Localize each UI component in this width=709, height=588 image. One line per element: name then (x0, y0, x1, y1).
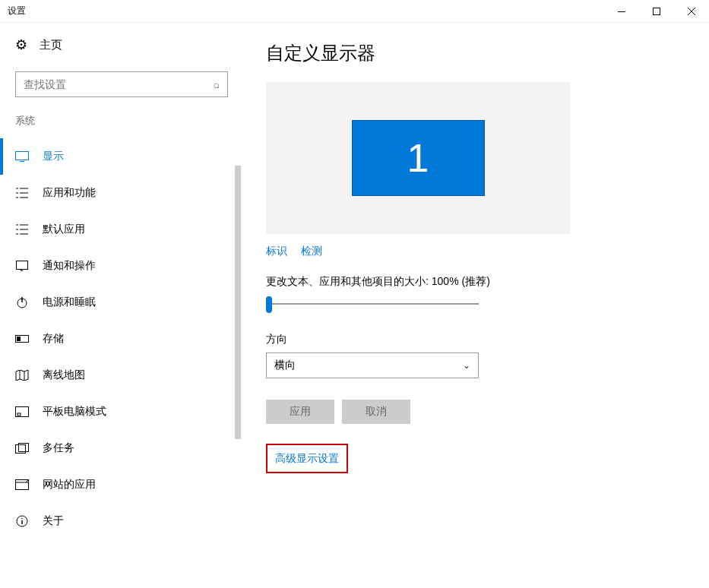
scale-slider[interactable] (266, 296, 479, 315)
sidebar-item-label: 网站的应用 (43, 478, 96, 492)
multitask-icon (15, 443, 29, 454)
orientation-label: 方向 (266, 333, 686, 346)
sidebar-item-about[interactable]: 关于 (0, 503, 243, 539)
sidebar-item-apps[interactable]: 应用和功能 (0, 175, 243, 211)
sidebar-item-label: 平板电脑模式 (43, 405, 106, 419)
sidebar-item-label: 默认应用 (43, 223, 85, 236)
advanced-link-highlight: 高级显示设置 (266, 444, 348, 473)
apply-button[interactable]: 应用 (266, 400, 334, 424)
tablet-icon (15, 406, 29, 417)
orientation-select[interactable]: 横向 ⌄ (266, 352, 479, 378)
search-icon: ⌕ (214, 78, 220, 90)
search-field[interactable] (24, 78, 214, 90)
cancel-button[interactable]: 取消 (342, 400, 410, 424)
about-icon (15, 515, 29, 527)
web-icon (15, 479, 29, 490)
sidebar-item-label: 通知和操作 (43, 259, 96, 273)
sidebar-item-notifications[interactable]: 通知和操作 (0, 248, 243, 284)
power-icon (15, 296, 29, 308)
monitor-1[interactable]: 1 (352, 120, 485, 196)
scrollbar-thumb[interactable] (235, 166, 241, 439)
sidebar-item-default-apps[interactable]: 默认应用 (0, 211, 243, 248)
sidebar-item-storage[interactable]: 存储 (0, 321, 243, 357)
orientation-value: 横向 (274, 359, 296, 372)
sidebar-item-label: 应用和功能 (43, 186, 96, 200)
svg-rect-18 (17, 261, 28, 270)
notification-icon (15, 261, 29, 271)
svg-rect-0 (618, 11, 625, 12)
window-controls (604, 0, 709, 23)
home-button[interactable]: ⚙ 主页 (0, 36, 243, 53)
close-button[interactable] (674, 0, 709, 23)
minimize-button[interactable] (604, 0, 639, 23)
svg-rect-4 (16, 152, 29, 160)
sidebar-item-power[interactable]: 电源和睡眠 (0, 284, 243, 321)
chevron-down-icon: ⌄ (463, 360, 470, 371)
page-title: 自定义显示器 (266, 41, 686, 65)
storage-icon (15, 335, 29, 343)
gear-icon: ⚙ (15, 36, 27, 53)
sidebar: ⚙ 主页 ⌕ 系统 显示 应用和功能 默认应用 (0, 23, 243, 588)
slider-thumb[interactable] (266, 296, 272, 313)
apps-icon (15, 188, 29, 198)
sidebar-item-multitask[interactable]: 多任务 (0, 430, 243, 466)
main-panel: 自定义显示器 1 标识 检测 更改文本、应用和其他项目的大小: 100% (推荐… (243, 23, 709, 588)
sidebar-item-label: 离线地图 (43, 368, 85, 382)
detect-link[interactable]: 检测 (301, 245, 322, 258)
sidebar-item-label: 多任务 (43, 441, 74, 455)
defaults-icon (15, 224, 29, 235)
advanced-display-link[interactable]: 高级显示设置 (275, 452, 339, 464)
window-title: 设置 (8, 5, 26, 17)
sidebar-item-label: 显示 (43, 150, 64, 163)
close-icon (688, 8, 695, 15)
maximize-icon (653, 8, 660, 15)
slider-track (266, 303, 479, 305)
svg-rect-26 (17, 413, 21, 416)
minimize-icon (618, 11, 625, 12)
display-preview: 1 (266, 82, 570, 234)
sidebar-item-label: 电源和睡眠 (43, 296, 96, 309)
title-bar: 设置 (0, 0, 709, 23)
search-input[interactable]: ⌕ (15, 71, 228, 97)
sidebar-item-display[interactable]: 显示 (0, 138, 243, 175)
maps-icon (15, 370, 29, 381)
home-label: 主页 (40, 38, 62, 52)
svg-rect-1 (654, 8, 660, 15)
scale-label: 更改文本、应用和其他项目的大小: 100% (推荐) (266, 275, 686, 289)
display-icon (15, 151, 29, 162)
sidebar-scrollbar[interactable] (233, 160, 243, 588)
svg-rect-22 (17, 337, 21, 341)
maximize-button[interactable] (639, 0, 674, 23)
sidebar-item-tablet[interactable]: 平板电脑模式 (0, 394, 243, 430)
svg-point-33 (21, 518, 23, 520)
sidebar-item-maps[interactable]: 离线地图 (0, 357, 243, 394)
sidebar-item-web-apps[interactable]: 网站的应用 (0, 466, 243, 503)
identify-link[interactable]: 标识 (266, 245, 287, 258)
sidebar-item-label: 关于 (43, 514, 64, 528)
sidebar-item-label: 存储 (43, 332, 64, 346)
section-header: 系统 (0, 111, 243, 138)
monitor-number: 1 (407, 135, 429, 181)
